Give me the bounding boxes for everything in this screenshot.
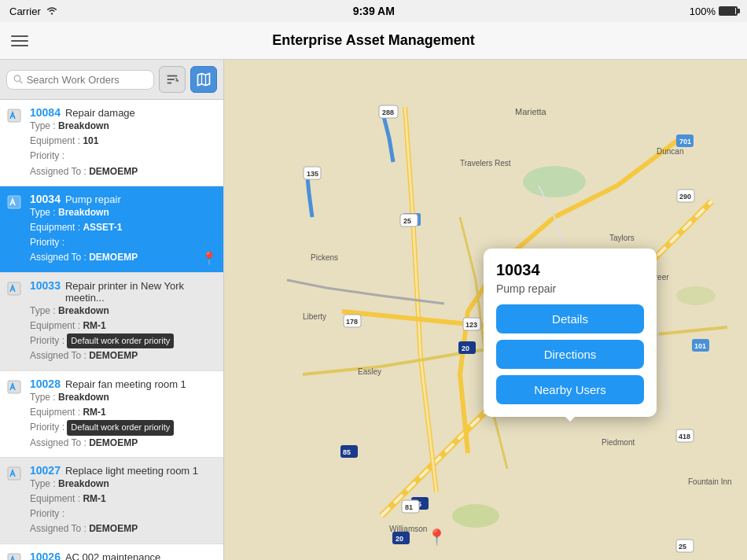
wo-description: Repair printer in New York meetin... <box>65 280 215 304</box>
sidebar: 10084 Repair damage Type : Breakdown Equ… <box>0 60 224 560</box>
search-input[interactable] <box>27 74 147 86</box>
assigned-label: Assigned To : <box>30 252 89 263</box>
work-order-item[interactable]: 10034 Pump repair Type : Breakdown Equip… <box>0 186 223 273</box>
wo-description: AC 002 maintenance <box>65 551 160 560</box>
work-order-item[interactable]: 10028 Repair fan meeting room 1 Type : B… <box>0 371 223 458</box>
edit-icon <box>6 108 22 123</box>
sort-button[interactable] <box>159 66 186 93</box>
wo-description: Repair fan meeting room 1 <box>65 378 186 390</box>
svg-text:123: 123 <box>465 321 477 329</box>
svg-text:20: 20 <box>396 535 403 543</box>
svg-point-68 <box>452 504 499 528</box>
wo-type-row: Type : Breakdown <box>30 205 215 220</box>
menu-button[interactable] <box>11 35 28 46</box>
svg-point-69 <box>676 286 716 305</box>
wo-priority-row: Priority : Default work order priority <box>30 420 215 436</box>
popup-wo-number: 10034 <box>496 261 644 279</box>
wo-equipment-row: Equipment : ASSET-1 <box>30 220 215 235</box>
wo-number: 10033 <box>30 279 61 292</box>
details-button[interactable]: Details <box>496 304 644 333</box>
status-right: 100% <box>690 6 738 17</box>
priority-label: Priority : <box>30 335 67 346</box>
svg-text:25: 25 <box>679 543 686 551</box>
wo-type-row: Type : Breakdown <box>30 477 215 492</box>
svg-line-1 <box>20 81 22 83</box>
main-layout: 10084 Repair damage Type : Breakdown Equ… <box>0 60 747 560</box>
svg-text:701: 701 <box>679 138 691 146</box>
wo-assigned-row: Assigned To : DEMOEMP <box>30 164 215 179</box>
edit-icon <box>6 379 22 395</box>
type-label: Type : <box>30 207 58 218</box>
nearby-users-button[interactable]: Nearby Users <box>496 375 644 404</box>
svg-text:20: 20 <box>462 344 469 352</box>
map-area[interactable]: Marietta Travelers Rest Taylors Duncan P… <box>224 60 747 560</box>
priority-label: Priority : <box>30 422 67 433</box>
svg-text:418: 418 <box>679 433 690 440</box>
work-order-item[interactable]: 10026 AC 002 maintenance Type : Breakdow… <box>0 544 223 560</box>
priority-label: Priority : <box>30 237 64 248</box>
wo-priority-row: Priority : <box>30 235 215 250</box>
battery-icon <box>719 6 738 16</box>
equipment-value: 101 <box>83 135 98 146</box>
wo-equipment-row: Equipment : RM-1 <box>30 492 215 507</box>
carrier-label: Carrier <box>9 6 41 17</box>
status-left: Carrier <box>9 6 58 17</box>
type-value: Breakdown <box>58 392 109 403</box>
title-bar: Enterprise Asset Management <box>0 22 747 60</box>
directions-button[interactable]: Directions <box>496 340 644 369</box>
wo-description: Replace light meeting room 1 <box>65 465 198 477</box>
equipment-value: RM-1 <box>83 320 105 331</box>
wo-description: Repair damage <box>65 107 135 119</box>
search-icon <box>13 74 24 85</box>
wo-assigned-row: Assigned To : DEMOEMP <box>30 521 215 536</box>
wifi-icon <box>46 6 58 17</box>
edit-icon <box>6 552 22 560</box>
assigned-value: DEMOEMP <box>89 166 138 177</box>
wo-number: 10084 <box>30 106 61 119</box>
search-box[interactable] <box>6 70 154 90</box>
svg-text:85: 85 <box>343 448 351 456</box>
svg-text:Marietta: Marietta <box>515 107 547 116</box>
assigned-label: Assigned To : <box>30 350 89 361</box>
equipment-label: Equipment : <box>30 135 83 146</box>
sidebar-toolbar <box>0 60 223 100</box>
map-popup: 10034 Pump repair Details Directions Nea… <box>484 249 657 417</box>
svg-text:178: 178 <box>346 318 358 326</box>
edit-icon <box>6 466 22 481</box>
wo-priority-row: Priority : Default work order priority <box>30 333 215 349</box>
work-order-item[interactable]: 10084 Repair damage Type : Breakdown Equ… <box>0 100 223 186</box>
wo-number: 10028 <box>30 378 61 390</box>
assigned-value: DEMOEMP <box>89 252 138 263</box>
sort-icon <box>165 72 179 87</box>
assigned-value: DEMOEMP <box>89 350 138 361</box>
equipment-label: Equipment : <box>30 493 83 504</box>
equipment-value: RM-1 <box>83 493 105 504</box>
svg-text:Taylors: Taylors <box>609 234 635 242</box>
priority-label: Priority : <box>30 508 64 519</box>
type-value: Breakdown <box>58 478 109 489</box>
priority-badge: Default work order priority <box>67 420 174 436</box>
work-order-item[interactable]: 10027 Replace light meeting room 1 Type … <box>0 458 223 544</box>
wo-number: 10027 <box>30 464 61 477</box>
status-bar: Carrier 9:39 AM 100% <box>0 0 747 22</box>
wo-equipment-row: Equipment : RM-1 <box>30 405 215 420</box>
work-order-item[interactable]: 10033 Repair printer in New York meetin.… <box>0 273 223 371</box>
wo-assigned-row: Assigned To : DEMOEMP <box>30 250 215 265</box>
svg-point-0 <box>14 76 20 82</box>
svg-text:Piedmont: Piedmont <box>602 438 635 447</box>
equipment-label: Equipment : <box>30 320 83 331</box>
location-pin: 📍 <box>201 251 217 266</box>
wo-priority-row: Priority : <box>30 149 215 164</box>
wo-type-row: Type : Breakdown <box>30 119 215 134</box>
wo-number: 10034 <box>30 193 61 205</box>
priority-label: Priority : <box>30 150 64 161</box>
map-icon <box>196 72 212 87</box>
assigned-label: Assigned To : <box>30 166 89 177</box>
type-value: Breakdown <box>58 207 109 218</box>
equipment-label: Equipment : <box>30 222 83 233</box>
assigned-label: Assigned To : <box>30 523 89 534</box>
map-toggle-button[interactable] <box>190 66 217 93</box>
wo-number: 10026 <box>30 551 61 560</box>
map-pin-10026[interactable]: 📍 <box>427 528 447 547</box>
svg-text:288: 288 <box>382 109 394 116</box>
